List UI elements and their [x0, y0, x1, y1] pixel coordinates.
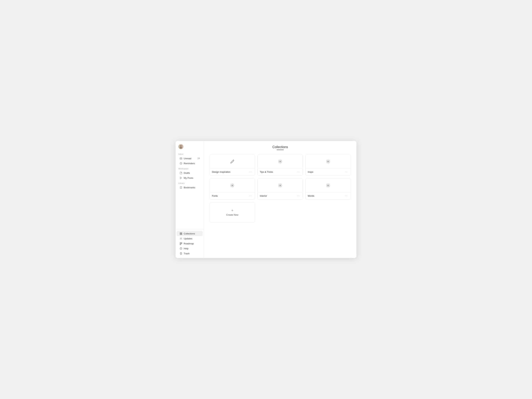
interior-bottom: Interior ··· — [258, 193, 303, 200]
unread-label: Unread — [184, 157, 191, 160]
collection-card-fonts[interactable]: Fonts ··· — [210, 178, 255, 200]
sidebar-item-collections[interactable]: Collections — [177, 231, 203, 236]
unread-badge: 24 — [197, 157, 200, 160]
sidebar-item-updates[interactable]: Updates — [177, 236, 203, 241]
svg-point-38 — [232, 185, 233, 186]
help-icon — [179, 247, 182, 250]
updates-icon — [179, 237, 182, 240]
collection-card-tips-tricks[interactable]: Tips & Tricks ··· — [258, 154, 303, 176]
inspo-name: Inspo — [308, 171, 313, 173]
sidebar: Inbox Unread 24 Reminders Workspace — [176, 141, 204, 258]
ellipsis-icon: ··· — [249, 194, 252, 197]
ellipsis-icon: ··· — [297, 194, 300, 197]
workspace-label: Workspace — [176, 166, 204, 171]
svg-line-46 — [233, 184, 234, 184]
tips-tricks-name: Tips & Tricks — [260, 171, 273, 173]
sidebar-item-trash[interactable]: Trash — [177, 251, 203, 256]
svg-point-29 — [328, 161, 329, 162]
svg-line-52 — [279, 184, 279, 184]
design-inspiration-menu[interactable]: ··· — [248, 170, 253, 174]
sidebar-item-roadmap[interactable]: Roadmap — [177, 241, 203, 246]
svg-line-25 — [279, 160, 279, 160]
collection-card-interior[interactable]: Interior ··· — [258, 178, 303, 200]
inbox-label: Inbox — [176, 151, 204, 156]
drafts-icon — [179, 171, 182, 174]
collection-card-design-inspiration[interactable]: Design Inspiration ··· — [210, 154, 255, 176]
create-new-card[interactable]: + Create New — [210, 202, 255, 222]
ellipsis-icon: ··· — [345, 194, 348, 197]
plus-icon: + — [231, 209, 234, 212]
interior-name: Interior — [260, 195, 267, 197]
svg-line-34 — [327, 160, 327, 160]
sidebar-item-bookmarks[interactable]: Bookmarks — [177, 185, 203, 190]
svg-line-27 — [279, 163, 279, 163]
inspo-bottom: Inspo ··· — [305, 169, 351, 176]
app-container: Inbox Unread 24 Reminders Workspace — [176, 141, 356, 258]
reminders-label: Reminders — [184, 162, 195, 165]
fonts-icon-area — [210, 178, 255, 193]
svg-line-28 — [281, 160, 282, 160]
svg-line-55 — [281, 184, 282, 184]
svg-line-44 — [233, 187, 234, 187]
tips-tricks-bottom: Tips & Tricks ··· — [258, 169, 303, 176]
drafts-label: Drafts — [184, 172, 190, 174]
fonts-name: Fonts — [212, 195, 218, 197]
updates-label: Updates — [184, 237, 192, 240]
svg-rect-2 — [180, 158, 182, 159]
sidebar-item-drafts[interactable]: Drafts — [177, 171, 203, 175]
svg-line-37 — [329, 160, 329, 160]
reminders-icon — [179, 162, 182, 165]
words-icon-area — [305, 178, 351, 193]
collection-card-inspo[interactable]: Inspo ··· — [305, 154, 351, 176]
collections-grid: Design Inspiration ··· — [204, 150, 356, 227]
ellipsis-icon: ··· — [249, 170, 252, 173]
ellipsis-icon: ··· — [345, 170, 348, 173]
design-inspiration-bottom: Design Inspiration ··· — [210, 169, 255, 176]
svg-marker-4 — [180, 177, 182, 179]
avatar[interactable] — [178, 144, 183, 149]
svg-line-63 — [327, 187, 327, 187]
my-posts-icon — [179, 177, 182, 179]
svg-line-35 — [329, 163, 329, 163]
svg-point-56 — [328, 185, 329, 186]
svg-line-64 — [329, 184, 329, 184]
sidebar-item-unread[interactable]: Unread 24 — [177, 156, 203, 161]
words-menu[interactable]: ··· — [344, 194, 348, 198]
interior-menu[interactable]: ··· — [296, 194, 301, 198]
ellipsis-icon: ··· — [297, 170, 300, 173]
tips-tricks-menu[interactable]: ··· — [296, 170, 301, 174]
svg-rect-5 — [180, 233, 181, 233]
fonts-menu[interactable]: ··· — [248, 194, 253, 198]
sidebar-bottom: Collections Updates — [176, 229, 204, 256]
sidebar-item-reminders[interactable]: Reminders — [177, 161, 203, 166]
svg-point-9 — [181, 238, 181, 239]
inbox-icon — [179, 157, 182, 160]
svg-line-17 — [182, 238, 182, 238]
words-bottom: Words ··· — [305, 193, 351, 200]
inspo-menu[interactable]: ··· — [344, 170, 348, 174]
svg-point-20 — [280, 161, 281, 162]
svg-line-62 — [329, 187, 329, 187]
words-name: Words — [308, 195, 314, 197]
interior-icon-area — [258, 178, 303, 193]
trash-icon — [179, 252, 182, 255]
help-label: Help — [184, 247, 189, 250]
sidebar-item-my-posts[interactable]: My Posts — [177, 175, 203, 180]
tips-tricks-icon-area — [258, 154, 303, 169]
bookmarks-label: Bookmarks — [184, 186, 195, 189]
design-inspiration-icon-area — [210, 154, 255, 169]
svg-point-47 — [280, 185, 281, 186]
fonts-bottom: Fonts ··· — [210, 193, 255, 200]
collections-icon — [179, 232, 182, 235]
svg-line-36 — [327, 163, 327, 163]
svg-line-26 — [281, 163, 282, 163]
svg-line-14 — [180, 238, 180, 238]
sidebar-item-help[interactable]: Help — [177, 246, 203, 251]
svg-rect-6 — [181, 233, 182, 233]
svg-line-53 — [281, 187, 282, 187]
library-label: Library — [176, 180, 204, 185]
roadmap-icon — [179, 242, 182, 245]
collection-card-words[interactable]: Words ··· — [305, 178, 351, 200]
svg-point-1 — [180, 147, 182, 148]
svg-line-43 — [231, 184, 231, 184]
